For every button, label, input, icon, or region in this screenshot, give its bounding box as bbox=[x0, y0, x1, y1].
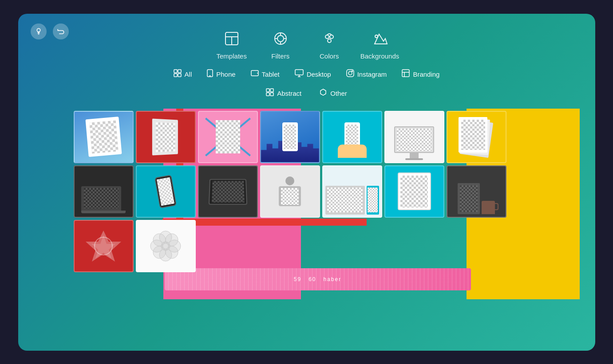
template-card-5[interactable] bbox=[322, 111, 382, 163]
template-card-6[interactable] bbox=[384, 111, 444, 163]
lightbulb-button[interactable] bbox=[31, 23, 47, 39]
desktop-icon bbox=[295, 69, 304, 79]
svg-rect-33 bbox=[266, 93, 269, 96]
filter-row-2: Abstract Other bbox=[27, 86, 586, 101]
svg-point-13 bbox=[375, 35, 378, 38]
svg-point-11 bbox=[330, 35, 333, 39]
templates-icon bbox=[224, 31, 240, 49]
template-card-12[interactable] bbox=[322, 165, 382, 218]
colors-label: Colors bbox=[320, 52, 339, 60]
svg-rect-17 bbox=[178, 74, 181, 77]
filter-instagram-label: Instagram bbox=[357, 70, 387, 78]
template-card-14[interactable] bbox=[447, 165, 506, 218]
tab-templates[interactable]: Templates bbox=[214, 31, 249, 60]
filter-row-1: All Phone Tablet bbox=[27, 67, 586, 82]
instagram-icon bbox=[346, 69, 354, 79]
template-grid bbox=[74, 111, 506, 272]
app-window: Templates Filters bbox=[18, 14, 595, 351]
template-card-9[interactable] bbox=[136, 165, 196, 218]
filter-branding-label: Branding bbox=[413, 70, 439, 78]
filter-instagram[interactable]: Instagram bbox=[343, 67, 391, 82]
filters-label: Filters bbox=[271, 52, 289, 60]
filter-all[interactable]: All bbox=[170, 67, 196, 82]
svg-rect-34 bbox=[270, 93, 273, 96]
template-card-13[interactable] bbox=[384, 165, 444, 218]
all-icon bbox=[174, 69, 182, 79]
filter-phone-label: Phone bbox=[216, 70, 235, 78]
branding-icon bbox=[402, 69, 410, 79]
tab-backgrounds[interactable]: Backgrounds bbox=[360, 31, 399, 60]
filter-phone[interactable]: Phone bbox=[203, 67, 239, 82]
template-card-16[interactable] bbox=[136, 220, 196, 272]
nav-tabs: Templates Filters bbox=[27, 23, 586, 60]
svg-point-47 bbox=[161, 242, 170, 250]
svg-rect-14 bbox=[174, 70, 177, 73]
filter-tablet-label: Tablet bbox=[262, 70, 280, 78]
template-card-3[interactable] bbox=[198, 111, 258, 163]
template-card-10[interactable] bbox=[198, 165, 258, 218]
svg-point-10 bbox=[325, 35, 329, 39]
svg-point-5 bbox=[277, 35, 284, 42]
filter-tablet[interactable]: Tablet bbox=[247, 67, 283, 82]
svg-marker-35 bbox=[320, 89, 326, 95]
abstract-icon bbox=[266, 88, 274, 98]
template-card-8[interactable] bbox=[74, 165, 134, 218]
svg-rect-16 bbox=[174, 74, 177, 77]
svg-point-12 bbox=[328, 39, 331, 43]
template-card-15[interactable] bbox=[74, 220, 134, 272]
filter-abstract-label: Abstract bbox=[277, 90, 301, 97]
svg-rect-15 bbox=[178, 70, 181, 73]
tab-colors[interactable]: Colors bbox=[312, 31, 347, 60]
svg-rect-28 bbox=[402, 70, 409, 77]
svg-rect-22 bbox=[295, 70, 303, 75]
templates-label: Templates bbox=[217, 52, 247, 60]
other-icon bbox=[319, 88, 327, 98]
svg-point-0 bbox=[37, 28, 40, 32]
colors-icon bbox=[321, 31, 337, 49]
top-left-controls bbox=[31, 23, 69, 39]
phone-icon bbox=[207, 69, 213, 79]
filter-other[interactable]: Other bbox=[316, 86, 351, 101]
filter-other-label: Other bbox=[330, 90, 347, 97]
template-card-4[interactable] bbox=[260, 111, 320, 163]
empty-row3 bbox=[198, 220, 506, 272]
filters-icon bbox=[273, 31, 289, 49]
backgrounds-icon bbox=[372, 31, 388, 49]
svg-rect-32 bbox=[270, 89, 273, 92]
undo-button[interactable] bbox=[53, 23, 69, 39]
svg-rect-31 bbox=[266, 89, 269, 92]
tablet-icon bbox=[251, 69, 259, 79]
filter-all-label: All bbox=[185, 70, 192, 78]
svg-point-27 bbox=[352, 70, 352, 71]
filter-branding[interactable]: Branding bbox=[398, 67, 443, 82]
template-card-11[interactable] bbox=[260, 165, 320, 218]
filter-desktop-label: Desktop bbox=[307, 70, 331, 78]
svg-point-26 bbox=[348, 71, 352, 75]
filter-desktop[interactable]: Desktop bbox=[291, 67, 335, 82]
tab-filters[interactable]: Filters bbox=[263, 31, 298, 60]
main-content: 59 60 haber bbox=[27, 109, 586, 299]
template-card-1[interactable] bbox=[74, 111, 134, 163]
filter-abstract[interactable]: Abstract bbox=[262, 86, 305, 101]
template-card-2[interactable] bbox=[136, 111, 196, 163]
template-card-7[interactable] bbox=[447, 111, 506, 163]
backgrounds-label: Backgrounds bbox=[360, 52, 399, 60]
